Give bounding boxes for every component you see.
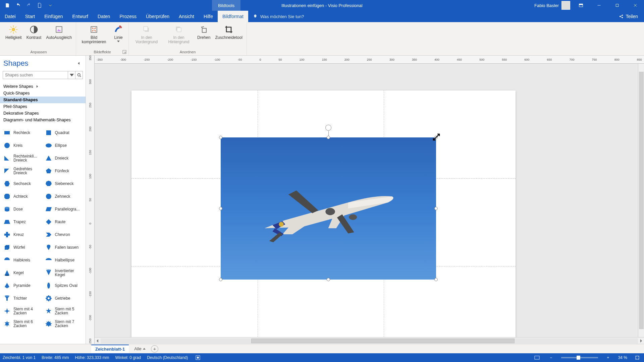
rotation-handle[interactable] [325, 125, 331, 131]
dialog-launcher-icon[interactable] [122, 50, 126, 54]
shape-item[interactable]: Dose [1, 203, 43, 215]
undo-button[interactable] [13, 1, 23, 10]
autobalance-button[interactable]: AutoAusgleich [44, 23, 74, 41]
qat-more-icon[interactable] [46, 1, 55, 10]
scroll-right-button[interactable] [638, 338, 644, 344]
maximize-button[interactable] [610, 0, 625, 11]
drawing-page[interactable] [131, 90, 516, 337]
tab-datei[interactable]: Datei [0, 11, 20, 22]
shape-item[interactable]: Trapez [1, 216, 43, 228]
stencil-decorative-shapes[interactable]: Dekorative Shapes [0, 110, 86, 117]
shapes-search-input[interactable] [3, 71, 68, 79]
resize-handle-n[interactable] [327, 136, 330, 139]
tab-ueberpruefen[interactable]: Überprüfen [141, 11, 174, 22]
shape-item[interactable]: Rechteck [1, 127, 43, 139]
shape-item[interactable]: Sechseck [1, 178, 43, 190]
shape-item[interactable]: Dreieck [43, 152, 85, 164]
tab-einfuegen[interactable]: Einfügen [40, 11, 67, 22]
brightness-button[interactable]: Helligkeit [3, 23, 24, 41]
shape-item[interactable]: Halbellipse [43, 254, 85, 266]
minimize-button[interactable] [592, 0, 606, 11]
compress-picture-button[interactable]: Bild komprimieren [78, 23, 110, 45]
shape-item[interactable]: Raute [43, 216, 85, 228]
zoom-slider[interactable] [561, 357, 598, 358]
horizontal-scroll-track[interactable] [101, 338, 638, 344]
share-button[interactable]: Teilen [613, 11, 644, 22]
shape-item[interactable]: Stern mit 6 Zacken [1, 318, 43, 330]
shape-item[interactable]: Halbkreis [1, 254, 43, 266]
resize-handle-w[interactable] [219, 207, 222, 210]
fit-page-button[interactable] [633, 354, 641, 361]
zoom-in-button[interactable]: + [604, 354, 612, 361]
stencil-quick-shapes[interactable]: Quick-Shapes [0, 90, 86, 97]
zoom-out-button[interactable]: − [547, 354, 555, 361]
shape-item[interactable]: Invertierter Kegel [43, 267, 85, 279]
shape-item[interactable]: Gedrehtes Dreieck [1, 165, 43, 177]
search-dropdown-button[interactable] [68, 71, 75, 79]
sheet-all-button[interactable]: Alle [131, 345, 149, 353]
shape-item[interactable]: Parallelogra... [43, 203, 85, 215]
shape-item[interactable]: Stern mit 7 Zacken [43, 318, 85, 330]
redo-button[interactable] [24, 1, 34, 10]
resize-handle-se[interactable] [434, 278, 438, 281]
stencil-diagram-shapes[interactable]: Diagramm- und Mathematik-Shapes [0, 117, 86, 123]
user-account[interactable]: Fabio Basler [534, 1, 570, 10]
zoom-slider-knob[interactable] [577, 356, 580, 360]
shape-item[interactable]: Chevron [43, 229, 85, 241]
shape-item[interactable]: Ellipse [43, 139, 85, 152]
send-back-button[interactable]: In den Hintergrund [163, 23, 195, 45]
vertical-scrollbar[interactable] [638, 64, 644, 337]
shape-item[interactable]: Fünfeck [43, 165, 85, 177]
shape-item[interactable]: Rechtwinkli... Dreieck [1, 152, 43, 164]
line-button[interactable]: Linie [110, 23, 126, 43]
tab-prozess[interactable]: Prozess [115, 11, 141, 22]
save-button[interactable] [3, 1, 12, 10]
shape-item[interactable]: Siebeneck [43, 178, 85, 190]
horizontal-scroll-thumb[interactable] [251, 339, 515, 343]
add-sheet-button[interactable]: + [151, 345, 158, 353]
tab-start[interactable]: Start [20, 11, 40, 22]
resize-handle-nw[interactable] [219, 136, 222, 139]
shape-item[interactable]: Kegel [1, 267, 43, 279]
shape-item[interactable]: Trichter [1, 292, 43, 304]
resize-handle-s[interactable] [327, 278, 330, 281]
new-doc-button[interactable] [35, 1, 44, 10]
crop-button[interactable]: Zuschneidetool [213, 23, 244, 41]
resize-handle-sw[interactable] [219, 278, 222, 281]
tab-hilfe[interactable]: Hilfe [199, 11, 218, 22]
selected-picture[interactable] [221, 137, 436, 280]
scroll-left-button[interactable] [95, 338, 101, 344]
resize-handle-e[interactable] [434, 207, 438, 210]
drawing-surface[interactable] [95, 64, 644, 337]
shape-item[interactable]: Getriebe [43, 292, 85, 304]
shape-item[interactable]: Stern mit 5 Zacken [43, 305, 85, 317]
stencil-arrow-shapes[interactable]: Pfeil-Shapes [0, 103, 86, 110]
vertical-scroll-thumb[interactable] [639, 72, 644, 329]
shape-item[interactable]: Würfel [1, 241, 43, 253]
zoom-value[interactable]: 34 % [618, 355, 627, 360]
tell-me-search[interactable]: Was möchten Sie tun? [248, 11, 309, 22]
bring-front-button[interactable]: In den Vordergrund [131, 23, 162, 45]
shape-item[interactable]: Spitzes Oval [43, 280, 85, 292]
contrast-button[interactable]: Kontrast [24, 23, 44, 41]
shape-item[interactable]: Fallen lassen [43, 241, 85, 253]
shape-item[interactable]: Pyramide [1, 280, 43, 292]
status-language[interactable]: Deutsch (Deutschland) [147, 355, 188, 360]
ribbon-mode-button[interactable] [574, 0, 588, 11]
presentation-mode-button[interactable] [533, 354, 541, 361]
rotate-button[interactable]: Drehen [195, 23, 212, 41]
tab-entwurf[interactable]: Entwurf [68, 11, 93, 22]
tab-daten[interactable]: Daten [93, 11, 115, 22]
shape-item[interactable]: Quadrat [43, 127, 85, 139]
shape-item[interactable]: Zehneck [43, 190, 85, 202]
shape-item[interactable]: Kreis [1, 139, 43, 152]
macro-record-button[interactable] [194, 354, 202, 361]
stencil-more-shapes[interactable]: Weitere Shapes [0, 83, 86, 90]
shape-item[interactable]: Kreuz [1, 229, 43, 241]
tab-bildformat[interactable]: Bildformat [218, 11, 248, 22]
search-button[interactable] [75, 71, 83, 79]
close-button[interactable] [628, 0, 643, 11]
stencil-standard-shapes[interactable]: Standard-Shapes [0, 97, 86, 103]
collapse-panel-icon[interactable] [77, 61, 81, 65]
sheet-tab-active[interactable]: Zeichenblatt-1 [91, 345, 129, 353]
